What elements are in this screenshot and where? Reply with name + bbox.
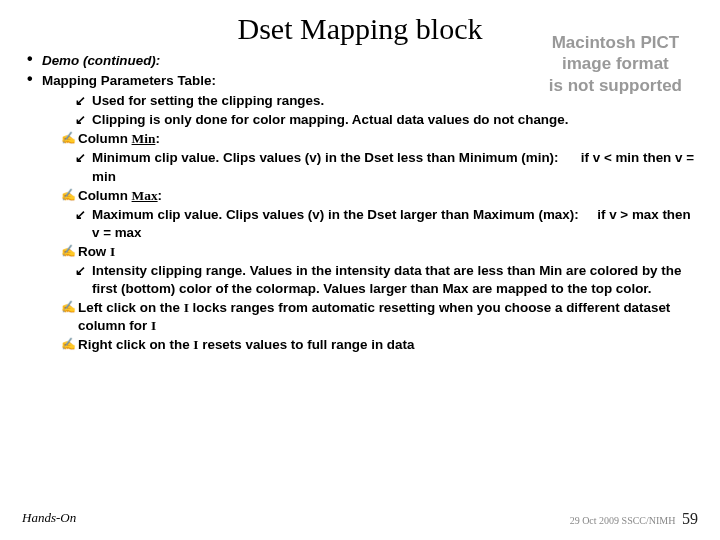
left-click-a: Left click (78, 300, 136, 315)
sub-column-max: ✍ Column Max: (78, 187, 700, 205)
footer-page-number: 59 (682, 510, 698, 527)
bullet-dot-icon: • (27, 52, 33, 65)
footer-hands-on: Hands-On (22, 510, 76, 526)
right-click-a: Right click (78, 337, 146, 352)
sub-intensity-desc: ↙ Intensity clipping range. Values in th… (92, 262, 700, 298)
column-min-suffix: : (155, 131, 159, 146)
clipping-only-text: Clipping is only done for color mapping.… (92, 112, 568, 127)
hand-icon: ✍ (61, 243, 76, 259)
sub-right-click: ✍ Right click on the I resets values to … (78, 336, 700, 354)
demo-continued-text: Demo (continued): (42, 53, 160, 68)
used-for-setting-text: Used for setting the clipping ranges. (92, 93, 324, 108)
hand-icon: ✍ (61, 130, 76, 146)
row-i-prefix: Row (78, 244, 110, 259)
left-click-e: I (151, 318, 156, 333)
hand-icon: ✍ (61, 299, 76, 315)
arrow-icon: ↙ (75, 262, 86, 280)
mapping-parameters-text: Mapping Parameters Table: (42, 73, 216, 88)
footer-date: 29 Oct 2009 SSCC/NIMH (570, 515, 676, 526)
slide-content: • Demo (continued): • Mapping Parameters… (20, 52, 700, 355)
pict-error-line1: Macintosh PICT (552, 33, 680, 52)
column-max-suffix: : (158, 188, 162, 203)
column-max-prefix: Column (78, 188, 132, 203)
hand-icon: ✍ (61, 187, 76, 203)
pict-error-placeholder: Macintosh PICT image format is not suppo… (549, 32, 682, 96)
pict-error-line2: image format (562, 54, 669, 73)
sub-min-desc: ↙ Minimum clip value. Clips values (v) i… (92, 149, 700, 185)
right-click-b: on the (146, 337, 194, 352)
arrow-icon: ↙ (75, 111, 86, 129)
sub-max-desc: ↙ Maximum clip value. Clips values (v) i… (92, 206, 700, 242)
left-click-b: on the (136, 300, 184, 315)
sub-row-i: ✍ Row I (78, 243, 700, 261)
sub-clipping-only: ↙ Clipping is only done for color mappin… (92, 111, 700, 129)
max-desc-text: Maximum clip value. Clips values (v) in … (92, 207, 579, 222)
min-desc-text: Minimum clip value. Clips values (v) in … (92, 150, 559, 165)
column-max-label: Max (132, 188, 158, 203)
right-click-d: resets values to full range in data (199, 337, 415, 352)
intensity-desc-text: Intensity clipping range. Values in the … (92, 263, 681, 296)
sub-left-click: ✍ Left click on the I locks ranges from … (78, 299, 700, 335)
column-min-label: Min (132, 131, 156, 146)
arrow-icon: ↙ (75, 206, 86, 224)
arrow-icon: ↙ (75, 92, 86, 110)
hand-icon: ✍ (61, 336, 76, 352)
slide-container: Dset Mapping block Macintosh PICT image … (0, 0, 720, 540)
bullet-dot-icon: • (27, 72, 33, 85)
pict-error-line3: is not supported (549, 76, 682, 95)
row-i-label: I (110, 244, 115, 259)
sub-column-min: ✍ Column Min: (78, 130, 700, 148)
column-min-prefix: Column (78, 131, 132, 146)
arrow-icon: ↙ (75, 149, 86, 167)
footer-page-info: 29 Oct 2009 SSCC/NIMH 59 (570, 510, 698, 528)
